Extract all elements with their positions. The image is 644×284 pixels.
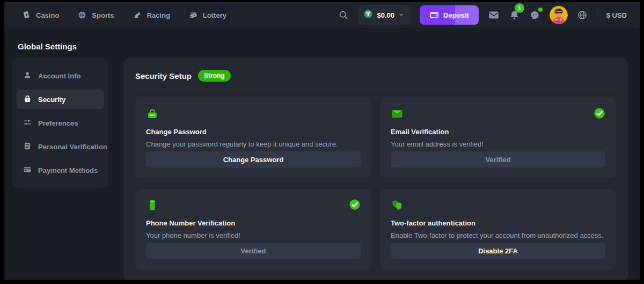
divider	[135, 90, 616, 90]
deposit-label: Deposit	[443, 11, 469, 19]
app-window: Casino Sports Racing Lottery $0.00	[4, 2, 640, 280]
phone-icon	[146, 199, 159, 214]
chevron-down-icon	[398, 10, 404, 20]
nav-label: Casino	[36, 11, 59, 19]
document-icon	[23, 142, 32, 152]
card-title: Email Verification	[391, 128, 605, 136]
card-title: Change Password	[146, 128, 361, 136]
sidebar-item-security[interactable]: Security	[17, 90, 104, 109]
verified-check-icon	[594, 107, 605, 121]
nav-item-sports[interactable]: Sports	[77, 10, 114, 20]
lock-icon	[23, 94, 32, 105]
sidebar-item-label: Preferences	[38, 119, 78, 127]
nav-label: Racing	[147, 11, 170, 19]
security-setup-panel: Security Setup Strong Change Password Ch…	[123, 58, 628, 280]
sidebar-item-personal-verification[interactable]: Personal Verification	[17, 137, 104, 156]
primary-nav: Casino Sports Racing Lottery	[21, 10, 226, 20]
card-title: Two-factor authentication	[391, 219, 605, 227]
disable-2fa-button[interactable]: Disable 2FA	[391, 243, 605, 259]
card-description: Your email address is verified!	[391, 140, 605, 148]
sidebar-item-label: Account Info	[38, 72, 80, 80]
globe-language-icon[interactable]	[577, 10, 588, 20]
user-icon	[23, 71, 32, 81]
sports-icon	[77, 10, 87, 20]
nav-label: Lottery	[203, 11, 226, 19]
balance-amount: $0.00	[377, 11, 394, 19]
padlock-icon	[146, 107, 159, 122]
mail-icon[interactable]	[488, 9, 500, 21]
email-verified-button[interactable]: Verified	[391, 151, 605, 168]
card-description: Enable Two-factor to protect your accoun…	[391, 231, 605, 239]
sliders-icon	[23, 118, 32, 128]
casino-icon	[21, 10, 31, 20]
change-password-card: Change Password Change your password reg…	[135, 98, 371, 178]
search-icon[interactable]	[338, 10, 349, 20]
nav-label: Sports	[92, 11, 114, 19]
credit-card-icon	[23, 165, 32, 176]
chat-icon[interactable]	[529, 10, 540, 21]
divider	[597, 9, 597, 21]
security-cards: Change Password Change your password reg…	[135, 98, 616, 270]
envelope-icon	[391, 107, 404, 122]
sidebar-item-label: Security	[38, 96, 65, 104]
settings-sidebar: Account Info Security Preferences Person…	[12, 58, 108, 188]
deposit-button[interactable]: Deposit	[420, 5, 479, 25]
security-strength-badge: Strong	[198, 70, 231, 82]
notifications-bell-icon[interactable]: 1	[509, 10, 520, 21]
tether-icon	[363, 9, 373, 21]
chat-online-dot	[538, 8, 543, 12]
phone-verified-button[interactable]: Verified	[146, 243, 361, 259]
settings-page: Global Settings Account Info Security Pr…	[4, 28, 640, 280]
navbar-actions: $0.00 Deposit 1 $ USD	[338, 5, 627, 25]
nav-item-lottery[interactable]: Lottery	[188, 10, 226, 20]
wallet-icon	[429, 10, 439, 21]
sidebar-item-payment-methods[interactable]: Payment Methods	[17, 161, 104, 180]
sidebar-item-preferences[interactable]: Preferences	[17, 113, 104, 133]
notification-count-badge: 1	[515, 3, 524, 13]
verified-check-icon	[349, 199, 361, 213]
nav-item-racing[interactable]: Racing	[133, 10, 170, 20]
page-title: Global Settings	[18, 42, 628, 51]
card-description: Your phone number is verified!	[146, 231, 361, 239]
user-avatar[interactable]	[550, 6, 568, 24]
nav-item-casino[interactable]: Casino	[21, 10, 59, 20]
email-verification-card: Email Verification Your email address is…	[380, 98, 616, 178]
card-description: Change your password regularly to keep i…	[146, 140, 361, 148]
currency-selector[interactable]: $ USD	[606, 11, 627, 19]
lottery-ticket-icon	[188, 10, 198, 20]
sidebar-item-label: Payment Methods	[38, 166, 98, 174]
change-password-button[interactable]: Change Password	[146, 151, 361, 168]
panel-title: Security Setup	[135, 71, 192, 81]
two-factor-card: Two-factor authentication Enable Two-fac…	[380, 189, 616, 270]
top-navbar: Casino Sports Racing Lottery $0.00	[4, 2, 640, 28]
phone-verification-card: Phone Number Verification Your phone num…	[135, 189, 371, 270]
sidebar-item-account-info[interactable]: Account Info	[17, 66, 104, 85]
sidebar-item-label: Personal Verification	[38, 143, 107, 151]
double-shield-icon	[391, 199, 404, 214]
card-title: Phone Number Verification	[146, 219, 361, 227]
balance-dropdown[interactable]: $0.00	[358, 5, 411, 25]
racing-horse-icon	[133, 10, 142, 20]
